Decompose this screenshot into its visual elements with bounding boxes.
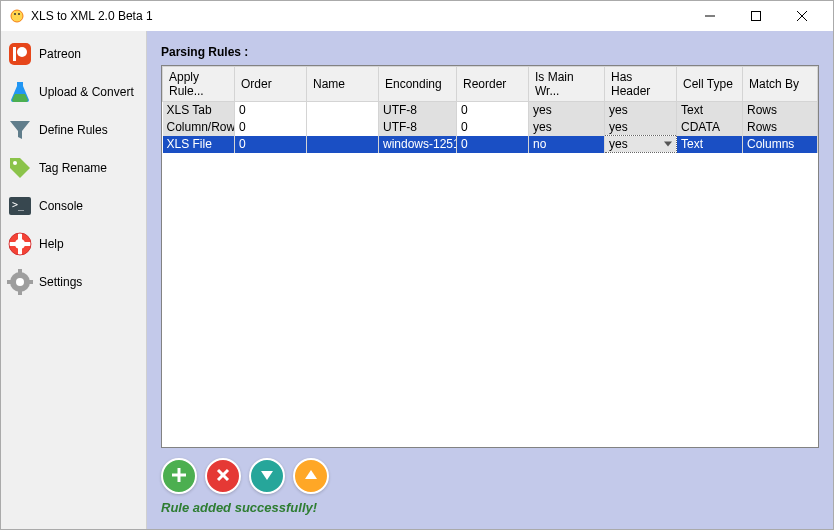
sidebar-item-upload[interactable]: Upload & Convert — [3, 73, 144, 111]
svg-line-5 — [797, 11, 807, 21]
col-order[interactable]: Order — [235, 67, 307, 102]
body: Patreon Upload & Convert Define Rules Ta… — [1, 31, 833, 529]
sidebar-item-settings[interactable]: Settings — [3, 263, 144, 301]
col-ismain[interactable]: Is Main Wr... — [529, 67, 605, 102]
cell-encoding[interactable]: UTF-8 — [379, 119, 457, 136]
cell-reorder[interactable]: 0 — [457, 102, 529, 119]
maximize-button[interactable] — [733, 1, 779, 31]
sidebar-item-console[interactable]: >_ Console — [3, 187, 144, 225]
svg-marker-30 — [305, 470, 317, 479]
sidebar-item-patreon[interactable]: Patreon — [3, 35, 144, 73]
cell-apply[interactable]: Column/Row — [163, 119, 235, 136]
cell-order[interactable]: 0 — [235, 136, 307, 153]
add-rule-button[interactable] — [161, 458, 197, 494]
svg-rect-23 — [7, 280, 12, 284]
cell-order[interactable]: 0 — [235, 102, 307, 119]
svg-line-6 — [797, 11, 807, 21]
sidebar-item-help[interactable]: Help — [3, 225, 144, 263]
svg-point-1 — [14, 13, 16, 15]
svg-point-20 — [16, 278, 24, 286]
cell-name[interactable] — [307, 102, 379, 119]
cell-apply[interactable]: XLS Tab — [163, 102, 235, 119]
sidebar-item-label: Settings — [39, 275, 82, 289]
status-message: Rule added successfully! — [161, 500, 819, 515]
svg-rect-22 — [18, 290, 22, 295]
svg-rect-4 — [752, 12, 761, 21]
main-panel: Parsing Rules : Apply Rule... Order Name… — [147, 31, 833, 529]
sidebar-item-label: Tag Rename — [39, 161, 107, 175]
window-controls — [687, 1, 825, 31]
col-apply[interactable]: Apply Rule... — [163, 67, 235, 102]
move-up-button[interactable] — [293, 458, 329, 494]
tag-icon — [7, 155, 33, 181]
window-title: XLS to XML 2.0 Beta 1 — [31, 9, 687, 23]
cell-encoding[interactable]: UTF-8 — [379, 102, 457, 119]
cell-matchby[interactable]: Rows — [743, 119, 818, 136]
minimize-button[interactable] — [687, 1, 733, 31]
cell-reorder[interactable]: 0 — [457, 136, 529, 153]
cell-celltype[interactable]: Text — [677, 102, 743, 119]
cell-apply[interactable]: XLS File — [163, 136, 235, 153]
col-reorder[interactable]: Reorder — [457, 67, 529, 102]
console-icon: >_ — [7, 193, 33, 219]
col-name[interactable]: Name — [307, 67, 379, 102]
cell-ismain[interactable]: yes — [529, 102, 605, 119]
move-down-button[interactable] — [249, 458, 285, 494]
cell-matchby[interactable]: Columns — [743, 136, 818, 153]
rules-table-container: Apply Rule... Order Name Enconding Reord… — [161, 65, 819, 448]
svg-rect-24 — [28, 280, 33, 284]
cell-hasheader[interactable]: yes — [605, 102, 677, 119]
cell-celltype[interactable]: Text — [677, 136, 743, 153]
cell-matchby[interactable]: Rows — [743, 102, 818, 119]
section-title: Parsing Rules : — [161, 45, 819, 59]
cell-order[interactable]: 0 — [235, 119, 307, 136]
sidebar-item-label: Patreon — [39, 47, 81, 61]
svg-rect-9 — [13, 47, 16, 61]
sidebar-item-label: Upload & Convert — [39, 85, 134, 99]
chevron-down-icon — [259, 467, 275, 486]
table-row[interactable]: Column/Row 0 UTF-8 0 yes yes CDATA Rows — [163, 119, 818, 136]
lifebuoy-icon — [7, 231, 33, 257]
cell-hasheader-dropdown[interactable]: yes — [605, 136, 677, 153]
sidebar-item-label: Define Rules — [39, 123, 108, 137]
cell-reorder[interactable]: 0 — [457, 119, 529, 136]
close-button[interactable] — [779, 1, 825, 31]
table-row[interactable]: XLS Tab 0 UTF-8 0 yes yes Text Rows — [163, 102, 818, 119]
app-window: XLS to XML 2.0 Beta 1 Patreon Upload & C… — [0, 0, 834, 530]
col-hasheader[interactable]: Has Header — [605, 67, 677, 102]
plus-icon — [170, 466, 188, 487]
table-row-selected[interactable]: XLS File 0 windows-1251 0 no yes Text Co… — [163, 136, 818, 153]
patreon-icon — [7, 41, 33, 67]
cell-name[interactable] — [307, 136, 379, 153]
flask-icon — [7, 79, 33, 105]
rules-table[interactable]: Apply Rule... Order Name Enconding Reord… — [162, 66, 818, 153]
svg-point-2 — [18, 13, 20, 15]
delete-rule-button[interactable] — [205, 458, 241, 494]
cell-name[interactable] — [307, 119, 379, 136]
svg-text:>_: >_ — [12, 199, 25, 211]
cell-ismain[interactable]: yes — [529, 119, 605, 136]
action-bar — [161, 448, 819, 500]
sidebar-item-tag-rename[interactable]: Tag Rename — [3, 149, 144, 187]
sidebar: Patreon Upload & Convert Define Rules Ta… — [1, 31, 147, 529]
svg-marker-29 — [261, 471, 273, 480]
table-header-row: Apply Rule... Order Name Enconding Reord… — [163, 67, 818, 102]
cell-encoding[interactable]: windows-1251 — [379, 136, 457, 153]
titlebar[interactable]: XLS to XML 2.0 Beta 1 — [1, 1, 833, 31]
svg-point-18 — [15, 239, 25, 249]
sidebar-item-define-rules[interactable]: Define Rules — [3, 111, 144, 149]
chevron-up-icon — [303, 467, 319, 486]
col-matchby[interactable]: Match By — [743, 67, 818, 102]
cell-celltype[interactable]: CDATA — [677, 119, 743, 136]
gear-icon — [7, 269, 33, 295]
col-encoding[interactable]: Enconding — [379, 67, 457, 102]
cell-hasheader[interactable]: yes — [605, 119, 677, 136]
cell-ismain[interactable]: no — [529, 136, 605, 153]
app-icon — [9, 8, 25, 24]
svg-point-8 — [17, 47, 27, 57]
sidebar-item-label: Help — [39, 237, 64, 251]
funnel-icon — [7, 117, 33, 143]
sidebar-item-label: Console — [39, 199, 83, 213]
svg-point-10 — [13, 161, 17, 165]
col-celltype[interactable]: Cell Type — [677, 67, 743, 102]
